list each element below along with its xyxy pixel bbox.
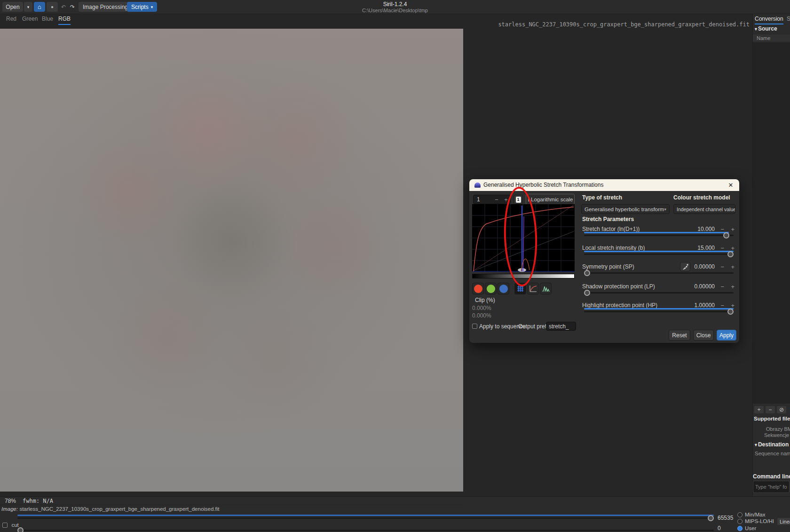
- spin-decrement-icon[interactable]: −: [493, 196, 500, 203]
- low-cutoff-slider[interactable]: [17, 527, 714, 532]
- stretch-parameters-header: Stretch Parameters: [582, 216, 634, 222]
- redo-button[interactable]: ↷: [68, 2, 77, 12]
- slider-fill: [584, 251, 734, 252]
- reset-button[interactable]: Reset: [669, 330, 690, 341]
- slider-fill: [584, 308, 734, 310]
- param-slider[interactable]: [584, 308, 734, 315]
- slider-handle[interactable]: [584, 290, 590, 296]
- high-cutoff-slider[interactable]: [17, 515, 714, 521]
- working-directory-path[interactable]: C:\Users\Macie\Desktop\tmp: [362, 8, 428, 13]
- slider-handle[interactable]: [723, 232, 729, 238]
- file-type-item: Obrazy BM: [766, 426, 790, 432]
- home-button[interactable]: ⌂: [34, 2, 45, 12]
- one-panel-icon: 1: [516, 197, 521, 203]
- spin-increment-icon[interactable]: +: [503, 196, 509, 203]
- tab-conversion[interactable]: Conversion: [755, 16, 783, 24]
- zoom-level[interactable]: 78%: [5, 498, 16, 504]
- param-label: Highlight protection point (HP): [582, 302, 657, 309]
- file-list[interactable]: [753, 43, 790, 404]
- type-of-stretch-value: Generalised hyperbolic transform: [585, 206, 664, 212]
- curve-icon: [529, 285, 537, 292]
- cut-checkbox[interactable]: [2, 523, 8, 528]
- output-prefix-input[interactable]: [546, 322, 576, 331]
- open-dropdown-button[interactable]: ▾: [24, 2, 32, 12]
- histogram-plot[interactable]: [472, 204, 575, 272]
- red-channel-toggle[interactable]: [472, 283, 484, 294]
- clip-value-shadows: 0.000%: [472, 305, 491, 311]
- curve-toggle[interactable]: [527, 283, 539, 294]
- high-cutoff-value[interactable]: 65535: [718, 515, 733, 521]
- clear-list-button[interactable]: ⊘: [776, 405, 787, 414]
- grid-toggle[interactable]: [514, 283, 526, 294]
- undo-icon: ↶: [61, 4, 66, 10]
- param-slider[interactable]: [584, 289, 734, 296]
- expander-icon: ▼: [754, 27, 758, 32]
- slider-handle[interactable]: [708, 515, 714, 521]
- dialog-titlebar[interactable]: Generalised Hyperbolic Stretch Transform…: [469, 179, 739, 191]
- add-file-button[interactable]: +: [754, 405, 764, 414]
- logarithmic-scale-toggle[interactable]: Logarithmic scale: [526, 194, 575, 205]
- tab-rgb[interactable]: RGB: [58, 16, 71, 25]
- cut-checkbox-row[interactable]: cut: [2, 520, 19, 529]
- param-label: Symmetry point (SP): [582, 263, 634, 270]
- tab-green[interactable]: Green: [22, 16, 38, 24]
- command-line-input[interactable]: [753, 481, 790, 493]
- slider-handle[interactable]: [727, 309, 734, 315]
- channel-spin-value: 1: [477, 196, 480, 203]
- param-value[interactable]: 10.000: [697, 226, 715, 232]
- home-icon: ⌂: [38, 3, 41, 10]
- image-canvas[interactable]: [0, 29, 463, 492]
- mips-radio[interactable]: [737, 519, 743, 524]
- record-button[interactable]: ●: [47, 2, 58, 12]
- minmax-radio[interactable]: [737, 512, 743, 517]
- display-mode-select[interactable]: Linear▾: [777, 517, 790, 525]
- slider-handle[interactable]: [17, 527, 24, 532]
- red-channel-icon: [474, 285, 482, 293]
- blue-channel-toggle[interactable]: [498, 283, 509, 294]
- tab-blue[interactable]: Blue: [42, 16, 53, 24]
- histogram-toggle[interactable]: [540, 283, 552, 294]
- green-channel-icon: [487, 285, 495, 293]
- slider-handle[interactable]: [727, 251, 734, 257]
- open-button[interactable]: Open: [2, 2, 23, 12]
- tab-red[interactable]: Red: [6, 16, 16, 24]
- clip-label: Clip (%): [475, 297, 495, 303]
- param-value[interactable]: 0.00000: [695, 283, 715, 290]
- tone-gradient-bar: [472, 274, 575, 278]
- logarithmic-checkbox[interactable]: [528, 197, 529, 202]
- green-channel-toggle[interactable]: [485, 283, 497, 294]
- slider-track: [17, 530, 714, 531]
- minus-icon: −: [768, 406, 772, 413]
- single-view-button[interactable]: 1: [514, 195, 523, 204]
- close-button[interactable]: Close: [693, 330, 714, 341]
- param-value[interactable]: 15.000: [697, 245, 715, 251]
- blue-channel-icon: [499, 285, 508, 293]
- low-cutoff-value[interactable]: 0: [718, 525, 721, 532]
- ghs-dialog: Generalised Hyperbolic Stretch Transform…: [469, 179, 739, 343]
- param-slider[interactable]: [584, 270, 734, 276]
- colour-model-select[interactable]: Independent channel values▾: [673, 204, 735, 214]
- source-section-header[interactable]: ▼Source: [754, 25, 777, 32]
- supported-files-header: Supported file ty: [754, 416, 790, 421]
- apply-to-sequence-checkbox[interactable]: [472, 324, 477, 329]
- tab-sequence[interactable]: Se: [787, 16, 790, 22]
- siril-app-window: Open ▾ ⌂ ● ↶ ↷ Image Processing▾ Scripts…: [0, 0, 790, 532]
- param-slider[interactable]: [584, 251, 734, 257]
- remove-file-button[interactable]: −: [765, 405, 775, 414]
- user-radio[interactable]: [737, 526, 743, 531]
- undo-button[interactable]: ↶: [59, 2, 68, 12]
- param-value[interactable]: 1.00000: [695, 302, 715, 309]
- grid-icon: [517, 285, 524, 292]
- param-label: Local stretch intensity (b): [582, 245, 645, 251]
- slider-handle[interactable]: [584, 270, 590, 276]
- channel-spinbutton[interactable]: 1 − +: [473, 195, 511, 204]
- param-slider[interactable]: [584, 232, 734, 238]
- slider-fill: [17, 515, 714, 516]
- apply-button[interactable]: Apply: [717, 330, 736, 341]
- type-of-stretch-select[interactable]: Generalised hyperbolic transform▾: [581, 204, 670, 214]
- close-icon[interactable]: ✕: [727, 181, 735, 189]
- loaded-filename: starless_NGC_2237_10390s_crop_graxpert_b…: [498, 21, 750, 28]
- scripts-menu[interactable]: Scripts▾: [127, 2, 157, 12]
- destination-section-header[interactable]: ▼Destination: [754, 441, 789, 448]
- param-value[interactable]: 0.00000: [695, 263, 715, 270]
